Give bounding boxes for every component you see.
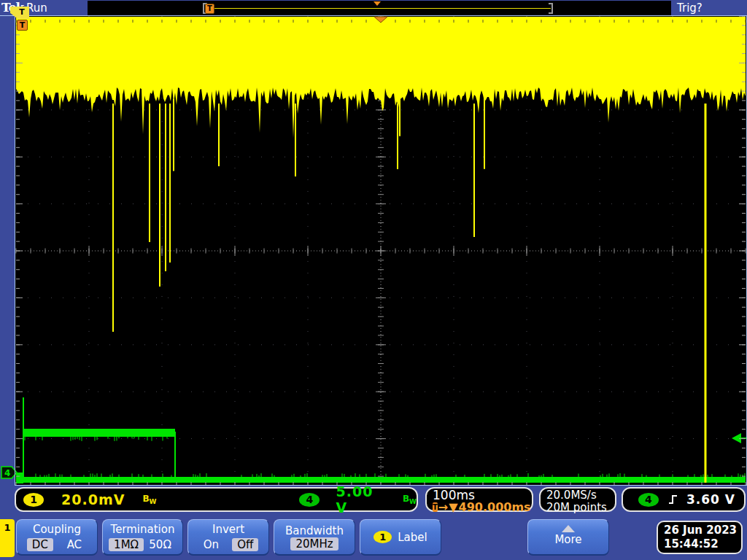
trigger-readout-box[interactable]: 4 3.60 V [622,487,746,512]
invert-option-off[interactable]: Off [232,538,258,551]
status-readout-bar: 1 20.0mV BW 4 5.00 V BW 100ms T→▼490.000… [0,486,747,515]
coupling-title: Coupling [17,523,97,536]
acquisition-status: Run [26,1,47,15]
ch1-scale: 20.0mV [61,491,125,508]
trigger-delay-value: 490.000ms [459,502,531,513]
oscilloscope-screen: Tek Run T Trig? 4 T T 1 20.0mV BW 4 5.00… [0,0,747,560]
horizontal-readout-box[interactable]: 100ms T→▼490.000ms [425,487,533,512]
trigger-status: Trig? [677,1,703,15]
rising-edge-icon [667,494,679,505]
acq-trigger-position-icon[interactable] [374,1,381,6]
bottom-menu-bar: 1 Coupling DC AC Termination 1MΩ 50Ω Inv… [0,515,747,560]
trigger-t-marker-icon[interactable]: T [17,20,28,31]
coupling-option-dc[interactable]: DC [27,538,53,551]
acq-window-line [206,8,551,9]
record-length: 20M points [546,502,609,513]
ch4-bandwidth-limit-icon: BW [403,494,417,505]
trigger-level: 3.60 V [686,492,735,507]
label-button[interactable]: 1 Label [360,519,441,556]
time-text: 15:44:52 [664,537,741,551]
termination-option-50ohm[interactable]: 50Ω [144,538,177,551]
invert-option-on[interactable]: On [198,538,224,551]
delay-marker-icon: ▼ [449,502,457,513]
termination-title: Termination [103,523,182,536]
ch1-bandwidth-limit-icon: BW [142,494,156,505]
sample-rate: 20.0MS/s [546,489,609,501]
termination-button[interactable]: Termination 1MΩ 50Ω [102,519,183,556]
invert-button[interactable]: Invert On Off [187,519,269,556]
more-button-text: More [528,533,608,546]
ch4-badge[interactable]: 4 [299,493,320,507]
more-up-arrow-icon [562,525,575,532]
termination-option-1mohm[interactable]: 1MΩ [109,538,144,551]
ch1-badge[interactable]: 1 [23,493,44,507]
top-status-bar: Tek Run T Trig? [0,0,747,16]
label-button-text: Label [398,531,427,544]
label-channel-badge: 1 [374,531,392,543]
waveform-display: 4 [0,16,747,486]
channel-readout-box[interactable]: 1 20.0mV BW 4 5.00 V BW [15,487,418,512]
bandwidth-title: Bandwidth [274,524,355,537]
coupling-option-ac[interactable]: AC [62,538,87,551]
trigger-delay-row: T→▼490.000ms [433,502,526,513]
datetime-box: 26 Jun 2023 15:44:52 [657,521,743,554]
acq-trigger-t-icon[interactable]: T [205,4,214,14]
acquisition-readout-box[interactable]: 20.0MS/s 20M points [539,487,616,512]
acquisition-preview-strip: T [88,1,671,15]
trigger-source-badge: 4 [638,493,659,507]
bandwidth-button[interactable]: Bandwidth 20MHz [274,519,355,556]
ch4-scale: 5.00 V [336,483,384,516]
more-button[interactable]: More [527,519,609,556]
date-text: 26 Jun 2023 [664,524,741,537]
coupling-button[interactable]: Coupling DC AC [16,519,98,556]
invert-title: Invert [188,523,268,536]
delay-arrow-icon: → [438,502,448,513]
channel-menu-tab[interactable]: 1 [0,519,15,557]
svg-text:4: 4 [4,468,10,478]
bandwidth-value[interactable]: 20MHz [290,537,338,551]
delay-trigger-t-icon: T [433,502,438,512]
